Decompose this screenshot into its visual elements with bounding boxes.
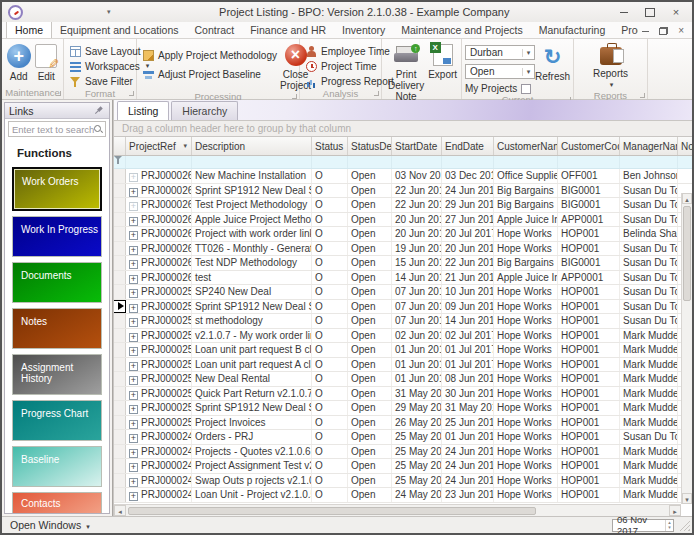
column-header-description[interactable]: Description: [192, 137, 312, 155]
function-button-documents[interactable]: Documents: [12, 262, 102, 303]
date-field[interactable]: 06 Nov 2017 ▴▾: [612, 519, 674, 532]
filter-cell[interactable]: [442, 156, 494, 168]
column-header-managername[interactable]: ManagerName: [620, 137, 678, 155]
expand-icon[interactable]: +: [129, 478, 138, 487]
hscroll-thumb[interactable]: [128, 507, 536, 515]
table-row[interactable]: +PRJ0000261Test NDP MethodologyOOpen15 J…: [114, 256, 692, 271]
scroll-right-icon[interactable]: ▸: [669, 505, 681, 516]
vscroll-thumb[interactable]: [683, 206, 691, 301]
filter-cell[interactable]: [192, 156, 312, 168]
expand-icon[interactable]: +: [129, 376, 138, 385]
ribbon-tab-finance-and-hr[interactable]: Finance and HR: [242, 22, 334, 38]
refresh-button[interactable]: ↻ Refresh: [535, 42, 570, 82]
close-icon[interactable]: ×: [670, 6, 682, 18]
expand-icon[interactable]: +: [129, 217, 138, 226]
table-row[interactable]: +PRJ0000265Test Project MethodologyOOpen…: [114, 198, 692, 213]
table-row[interactable]: +PRJ0000250Project InvoicesOOpen26 May 2…: [114, 416, 692, 431]
table-row[interactable]: +PRJ0000259SP240 New DealOOpen07 Jun 201…: [114, 285, 692, 300]
ribbon-tab-home[interactable]: Home: [6, 22, 52, 38]
dialog-launcher-icon[interactable]: [292, 94, 297, 99]
table-row[interactable]: +PRJ0000246Project Assignment Test v2..0…: [114, 459, 692, 474]
filter-cell[interactable]: [678, 156, 692, 168]
spinner-icon[interactable]: ▴▾: [665, 520, 673, 531]
adjust-project-baseline-button[interactable]: Adjust Project Baseline: [140, 67, 280, 81]
expand-icon[interactable]: +: [129, 492, 138, 501]
table-row[interactable]: +PRJ0000258Sprint SP1912 New Deal SaleOO…: [114, 300, 692, 315]
column-header-enddate[interactable]: EndDate: [442, 137, 494, 155]
filter-cell[interactable]: [494, 156, 558, 168]
table-row[interactable]: +PRJ0000263Project with work order linke…: [114, 227, 692, 242]
table-row[interactable]: +PRJ0000252Quick Part Return v2.1.0.7OOp…: [114, 387, 692, 402]
expand-icon[interactable]: +: [129, 246, 138, 255]
table-row[interactable]: +PRJ0000245Swap Outs p rojects v2.1.0.5O…: [114, 474, 692, 489]
table-row[interactable]: +PRJ0000251Sprint SP1912 New Deal SaleOO…: [114, 401, 692, 416]
pin-icon[interactable]: [92, 104, 105, 117]
table-row[interactable]: +PRJ0000247Projects - Quotes v2.1.0.6OOp…: [114, 445, 692, 460]
table-row[interactable]: +PRJ0000264Apple Juice Project Methodolo…: [114, 213, 692, 228]
expand-icon[interactable]: +: [129, 318, 138, 327]
minimize-icon[interactable]: [618, 6, 630, 18]
table-row[interactable]: +PRJ0000256v2.1.0.7 - My work order link…: [114, 329, 692, 344]
expand-icon[interactable]: +: [129, 362, 138, 371]
filter-cell[interactable]: [392, 156, 442, 168]
function-button-notes[interactable]: Notes: [12, 308, 102, 349]
column-header-startdate[interactable]: StartDate: [392, 137, 442, 155]
expand-icon[interactable]: +: [129, 420, 138, 429]
print-delivery-note-button[interactable]: ↑ Print Delivery Note: [385, 42, 427, 102]
group-by-panel[interactable]: Drag a column header here to group by th…: [114, 120, 692, 137]
function-button-baseline[interactable]: Baseline: [12, 446, 102, 487]
function-button-progress-chart[interactable]: Progress Chart: [12, 400, 102, 441]
expand-icon[interactable]: +: [129, 347, 138, 356]
ribbon-tab-maintenance-and-projects[interactable]: Maintenance and Projects: [393, 22, 530, 38]
table-row[interactable]: +PRJ0000267New Machine InstallationOOpen…: [114, 169, 692, 184]
column-header-customercode[interactable]: CustomerCode: [558, 137, 620, 155]
column-header-status[interactable]: Status: [312, 137, 348, 155]
column-header-no[interactable]: No: [678, 137, 692, 155]
maximize-icon[interactable]: [644, 6, 656, 18]
expand-icon[interactable]: +: [129, 231, 138, 240]
table-row[interactable]: +PRJ0000266Sprint SP1912 New Deal SaleOO…: [114, 184, 692, 199]
expand-icon[interactable]: +: [129, 202, 138, 211]
search-input[interactable]: [12, 124, 94, 135]
table-row[interactable]: +PRJ0000262TT026 - Monthly - Generate Pr…: [114, 242, 692, 257]
apply-project-methodology-button[interactable]: Apply Project Methodology: [140, 48, 280, 62]
table-row[interactable]: +PRJ0000244Loan Unit - Project v2.1.0.5O…: [114, 488, 692, 503]
table-row[interactable]: +PRJ0000260testOOpen14 Jun 201721 Jun 20…: [114, 271, 692, 286]
table-row[interactable]: +PRJ0000249Orders - PRJOOpen25 May 20170…: [114, 430, 692, 445]
expand-icon[interactable]: +: [129, 260, 138, 269]
ribbon-tab-equipment-and-locations[interactable]: Equipment and Locations: [52, 22, 187, 38]
filter-cell[interactable]: [558, 156, 620, 168]
ribbon-tab-inventory[interactable]: Inventory: [334, 22, 393, 38]
function-button-contacts[interactable]: Contacts: [12, 492, 102, 514]
filter-cell[interactable]: [312, 156, 348, 168]
ribbon-tab-procurement[interactable]: Procurement: [613, 22, 638, 38]
add-button[interactable]: Add: [5, 42, 33, 82]
tab-listing[interactable]: Listing: [117, 101, 169, 120]
table-row[interactable]: +PRJ0000257st methodologyOOpen07 Jun 201…: [114, 314, 692, 329]
filter-cell[interactable]: [620, 156, 678, 168]
grid-filter-row[interactable]: [114, 156, 692, 169]
function-button-work-orders[interactable]: Work Orders: [12, 167, 102, 211]
scroll-left-icon[interactable]: ◂: [114, 505, 126, 516]
mdi-minimize-icon[interactable]: [642, 31, 649, 32]
table-row[interactable]: +PRJ0000254Loan unit part request A clas…: [114, 358, 692, 373]
expand-icon[interactable]: +: [129, 275, 138, 284]
mdi-close-icon[interactable]: ×: [678, 27, 684, 35]
expand-icon[interactable]: +: [129, 173, 138, 182]
dialog-launcher-icon[interactable]: [56, 91, 61, 96]
table-row[interactable]: +PRJ0000253New Deal RentalOOpen01 Jun 20…: [114, 372, 692, 387]
export-button[interactable]: Export: [427, 42, 458, 80]
scroll-up-icon[interactable]: ▴: [682, 193, 692, 204]
expand-icon[interactable]: +: [129, 289, 138, 298]
function-button-work-in-progress[interactable]: Work In Progress: [12, 216, 102, 257]
expand-icon[interactable]: +: [129, 391, 138, 400]
filter-dropdown-icon[interactable]: ▾: [183, 142, 188, 150]
ribbon-tab-contract[interactable]: Contract: [187, 22, 243, 38]
ribbon-tab-manufacturing[interactable]: Manufacturing: [531, 22, 614, 38]
expand-icon[interactable]: +: [129, 304, 138, 313]
status-combobox[interactable]: Open ▾: [465, 64, 535, 79]
site-combobox[interactable]: Durban ▾: [465, 45, 535, 60]
dialog-launcher-icon[interactable]: [640, 93, 645, 98]
my-projects-checkbox[interactable]: My Projects: [465, 83, 535, 94]
mdi-restore-icon[interactable]: [659, 27, 668, 35]
